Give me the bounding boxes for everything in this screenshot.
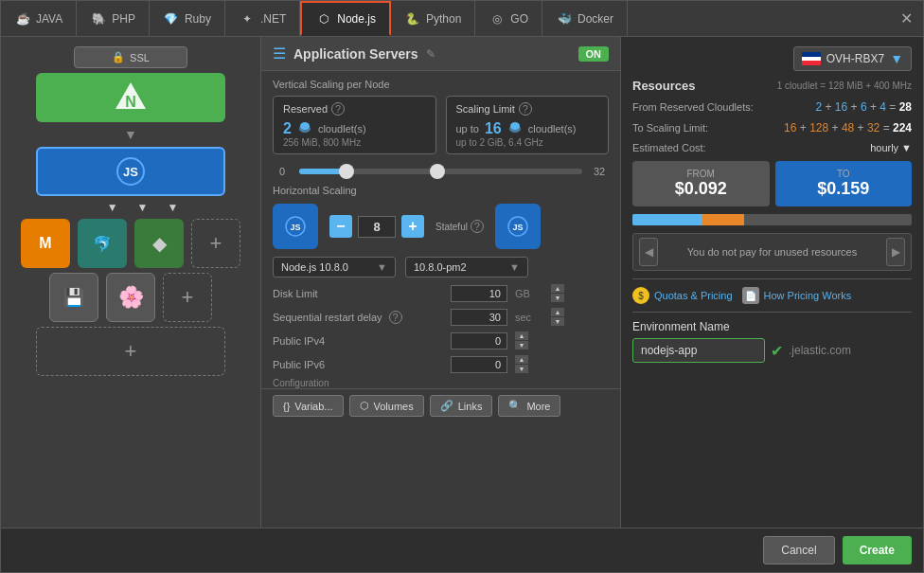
price-from-value: $0.092 — [640, 179, 762, 199]
mongo-leaf-icon[interactable]: ◆ — [134, 219, 184, 268]
mongodb-icon[interactable]: M — [21, 219, 70, 268]
from-plus1: + — [826, 100, 835, 114]
seq-restart-input[interactable] — [451, 309, 507, 326]
cancel-button[interactable]: Cancel — [763, 536, 834, 564]
ssl-badge[interactable]: 🔒 SSL — [74, 46, 187, 68]
disk-spin-down[interactable]: ▼ — [551, 294, 564, 302]
from-num1: 2 — [815, 100, 822, 114]
disk-spin-up[interactable]: ▲ — [551, 284, 564, 293]
cost-label: Estimated Cost: — [632, 142, 706, 153]
tab-net[interactable]: ✦ .NET — [225, 1, 300, 36]
tab-go-label: GO — [510, 12, 528, 26]
region-dropdown-arrow: ▼ — [890, 51, 903, 66]
reserved-num: 2 — [283, 120, 292, 137]
seq-spin-down[interactable]: ▼ — [551, 317, 564, 326]
usage-bar-scaling — [702, 214, 744, 225]
slider-track[interactable] — [299, 169, 582, 174]
ipv6-input[interactable] — [451, 356, 507, 373]
nginx-node[interactable]: N — [36, 73, 225, 122]
nodejs-node[interactable]: JS — [36, 147, 225, 196]
tab-java[interactable]: ☕ JAVA — [1, 1, 77, 36]
region-name: OVH-RBX7 — [826, 52, 884, 65]
tab-nodejs[interactable]: ⬡ Node.js — [300, 1, 391, 36]
tab-go[interactable]: ◎ GO — [475, 1, 542, 36]
reserved-info-icon[interactable]: ? — [331, 102, 345, 116]
svg-text:JS: JS — [123, 165, 138, 179]
python-icon: 🐍 — [404, 10, 421, 27]
app-server-header: ☰ Application Servers ✎ ON — [261, 37, 620, 71]
mysql-icon[interactable]: 🐬 — [78, 219, 127, 268]
version-select-1[interactable]: Node.js 10.8.0 ▼ — [273, 257, 396, 278]
counter-plus[interactable]: + — [401, 215, 424, 238]
env-name-section: Environment Name ✔ .jelastic.com — [632, 320, 912, 363]
env-domain: .jelastic.com — [789, 344, 851, 357]
ipv4-spinner[interactable]: ▲ ▼ — [515, 331, 528, 349]
horiz-node-left[interactable]: JS — [273, 204, 318, 249]
resources-header: Resources 1 cloudlet = 128 MiB + 400 MHz — [632, 79, 912, 93]
how-pricing-works-link[interactable]: 📄 How Pricing Works — [742, 287, 852, 304]
disk-spinner[interactable]: ▲ ▼ — [551, 284, 564, 302]
cost-row: Estimated Cost: hourly ▼ — [632, 142, 912, 153]
scaling-label: Vertical Scaling per Node — [273, 79, 609, 90]
counter-box: − 8 + — [329, 215, 424, 238]
tab-docker[interactable]: 🐳 Docker — [542, 1, 628, 36]
counter-value[interactable]: 8 — [358, 216, 396, 238]
docker-icon: 🐳 — [556, 10, 573, 27]
price-from-label: FROM — [640, 169, 762, 179]
ipv6-spin-down[interactable]: ▼ — [515, 365, 528, 373]
ipv4-spin-up[interactable]: ▲ — [515, 331, 528, 340]
add-storage-button[interactable]: + — [163, 273, 212, 322]
scaling-info-icon[interactable]: ? — [519, 102, 532, 116]
seq-spinner[interactable]: ▲ ▼ — [551, 308, 564, 326]
seq-restart-text: Sequential restart delay — [273, 312, 382, 323]
close-button[interactable]: ✕ — [889, 1, 923, 36]
to-num4: 32 — [867, 121, 880, 134]
counter-minus[interactable]: − — [329, 215, 352, 238]
variables-button[interactable]: {} Variab... — [273, 395, 344, 417]
ipv6-spin-up[interactable]: ▲ — [515, 355, 528, 364]
extra-storage-icon[interactable]: 🌸 — [106, 273, 155, 322]
seq-spin-up[interactable]: ▲ — [551, 308, 564, 316]
horiz-node-right[interactable]: JS — [495, 204, 541, 249]
nav-next-arrow[interactable]: ▶ — [886, 238, 905, 266]
create-button[interactable]: Create — [843, 536, 912, 564]
to-plus1: + — [800, 121, 809, 134]
env-section-label: Environment Name — [632, 320, 912, 333]
volumes-button[interactable]: ⬡ Volumes — [349, 395, 424, 417]
stateful-info-icon[interactable]: ? — [471, 220, 484, 233]
ipv6-spinner[interactable]: ▲ ▼ — [515, 355, 528, 373]
env-name-input[interactable] — [632, 338, 765, 363]
resources-title: Resources — [632, 79, 695, 93]
add-db-button[interactable]: + — [191, 219, 240, 268]
tab-php[interactable]: 🐘 PHP — [77, 1, 150, 36]
more-label: More — [526, 401, 550, 412]
arrow-down-1: ▼ — [124, 127, 137, 142]
env-check-icon: ✔ — [771, 342, 783, 360]
links-button[interactable]: 🔗 Links — [430, 395, 493, 417]
ipv4-input[interactable] — [451, 332, 507, 349]
storage-icon[interactable]: 💾 — [49, 273, 98, 322]
top-tabs: ☕ JAVA 🐘 PHP 💎 Ruby ✦ .NET ⬡ Node.js 🐍 P… — [1, 1, 923, 37]
tab-ruby[interactable]: 💎 Ruby — [150, 1, 225, 36]
quotas-label: Quotas & Pricing — [654, 290, 733, 301]
slider-thumb-reserved[interactable] — [339, 164, 354, 179]
cloudlets-label2: cloudlet(s) — [528, 123, 577, 134]
disk-limit-input[interactable] — [451, 285, 507, 302]
nodejs-icon: ⬡ — [315, 10, 332, 27]
version-select-2[interactable]: 10.8.0-pm2 ▼ — [405, 257, 528, 278]
center-panel: ☰ Application Servers ✎ ON Vertical Scal… — [261, 37, 620, 528]
nav-prev-arrow[interactable]: ◀ — [639, 238, 658, 266]
toggle-on[interactable]: ON — [578, 46, 610, 62]
seq-info-icon[interactable]: ? — [389, 311, 402, 324]
quotas-pricing-link[interactable]: $ Quotas & Pricing — [632, 287, 733, 304]
cost-period-selector[interactable]: hourly ▼ — [870, 142, 912, 153]
tab-python[interactable]: 🐍 Python — [391, 1, 475, 36]
edit-icon[interactable]: ✎ — [426, 47, 435, 61]
region-selector[interactable]: OVH-RBX7 ▼ — [793, 46, 912, 71]
from-formula: 2 + 16 + 6 + 4 = 28 — [815, 100, 912, 114]
add-large-button[interactable]: + — [36, 327, 225, 376]
ipv4-spin-down[interactable]: ▼ — [515, 341, 528, 349]
server-icon: ☰ — [273, 45, 286, 63]
more-button[interactable]: 🔍 More — [498, 395, 560, 417]
slider-thumb-scaling[interactable] — [430, 164, 445, 179]
